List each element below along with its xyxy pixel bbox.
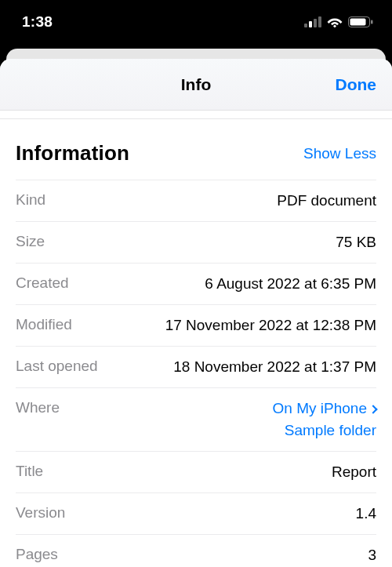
svg-point-4	[333, 25, 336, 27]
row-label: Last opened	[16, 356, 98, 376]
row-kind: Kind PDF document	[16, 180, 376, 221]
row-label: Pages	[16, 544, 58, 565]
row-label: Created	[16, 273, 69, 293]
row-label: Kind	[16, 190, 45, 210]
row-label: Title	[16, 461, 43, 482]
row-value: 1.4	[356, 503, 376, 525]
row-modified: Modified 17 November 2022 at 12:38 PM	[16, 304, 376, 346]
wifi-icon	[327, 16, 343, 27]
where-line1: On My iPhone	[273, 400, 367, 416]
row-value: 18 November 2022 at 1:37 PM	[173, 356, 376, 378]
row-value: 17 November 2022 at 12:38 PM	[165, 314, 376, 336]
status-bar: 1:38	[0, 0, 392, 44]
row-label: Modified	[16, 314, 72, 335]
row-label: Version	[16, 503, 65, 523]
where-line2: Sample folder	[285, 422, 376, 438]
row-where: Where On My iPhone Sample folder	[16, 387, 376, 451]
svg-rect-0	[304, 24, 307, 27]
svg-rect-2	[314, 19, 317, 27]
battery-icon	[348, 16, 373, 27]
row-value: 75 KB	[336, 231, 376, 253]
info-list: Kind PDF document Size 75 KB Created 6 A…	[16, 180, 376, 567]
where-link[interactable]: On My iPhone Sample folder	[273, 398, 376, 442]
content: Information Show Less Kind PDF document …	[0, 111, 392, 567]
svg-rect-6	[350, 19, 366, 26]
sheet-title: Info	[181, 75, 211, 94]
row-size: Size 75 KB	[16, 221, 376, 263]
chevron-right-icon	[368, 405, 377, 413]
cellular-icon	[304, 16, 321, 27]
row-value: PDF document	[277, 190, 376, 212]
svg-rect-1	[309, 21, 312, 27]
status-time: 1:38	[22, 13, 53, 31]
svg-rect-3	[318, 16, 321, 27]
row-title: Title Report	[16, 451, 376, 492]
sheet-header: Info Done	[0, 59, 392, 111]
row-value: 6 August 2022 at 6:35 PM	[205, 273, 376, 295]
info-sheet: Info Done Information Show Less Kind PDF…	[0, 59, 392, 567]
row-created: Created 6 August 2022 at 6:35 PM	[16, 263, 376, 304]
section-header: Information Show Less	[0, 119, 392, 180]
section-title: Information	[16, 141, 129, 165]
row-version: Version 1.4	[16, 492, 376, 534]
svg-rect-7	[371, 20, 373, 24]
row-label: Size	[16, 231, 45, 252]
row-value: 3	[368, 544, 376, 566]
row-last-opened: Last opened 18 November 2022 at 1:37 PM	[16, 346, 376, 387]
row-value: Report	[332, 461, 376, 483]
row-label: Where	[16, 398, 60, 418]
status-icons	[304, 16, 373, 27]
row-pages: Pages 3	[16, 534, 376, 567]
show-less-button[interactable]: Show Less	[303, 145, 376, 162]
done-button[interactable]: Done	[306, 75, 376, 94]
